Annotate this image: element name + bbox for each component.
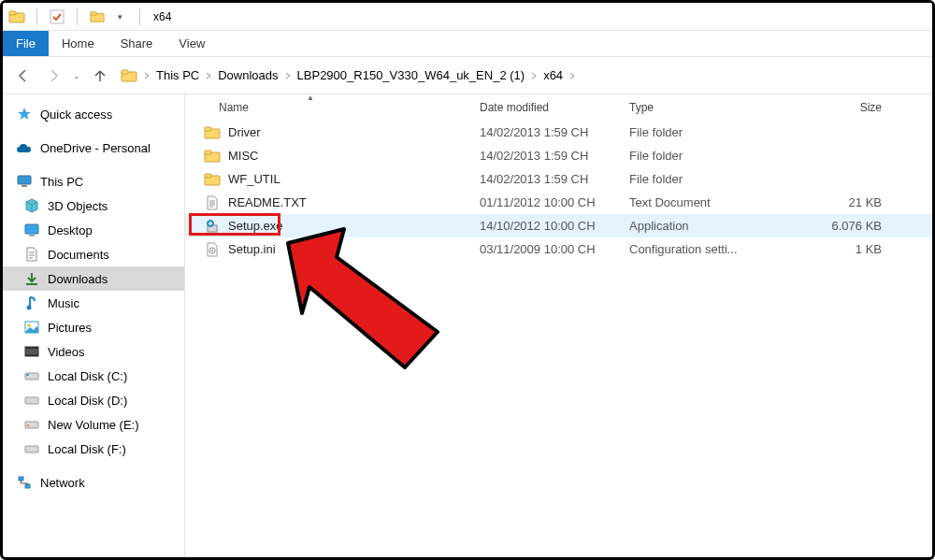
row-file[interactable]: README.TXT 01/11/2012 10:00 CH Text Docu… (185, 191, 932, 214)
sidebar-item-label: Documents (48, 248, 109, 262)
up-button[interactable] (87, 63, 113, 89)
chevron-right-icon[interactable] (530, 72, 538, 79)
sidebar-item-pictures[interactable]: Pictures (3, 315, 184, 339)
chevron-right-icon[interactable] (205, 72, 212, 79)
file-type: File folder (620, 149, 770, 163)
tab-home[interactable]: Home (49, 31, 108, 56)
file-date: 14/02/2013 1:59 CH (470, 125, 620, 139)
picture-icon (23, 319, 40, 336)
sidebar: Quick access OneDrive - Personal This PC… (3, 94, 185, 557)
sidebar-item-disk-d[interactable]: Local Disk (D:) (3, 388, 184, 412)
file-type: Text Document (620, 195, 770, 209)
tab-view[interactable]: View (165, 31, 218, 56)
sidebar-this-pc[interactable]: This PC (3, 169, 184, 194)
breadcrumb-item[interactable]: x64 (543, 68, 563, 82)
file-name: MISC (228, 149, 259, 163)
col-size[interactable]: Size (770, 94, 891, 121)
file-date: 01/11/2012 10:00 CH (470, 195, 620, 209)
sidebar-item-label: Desktop (48, 223, 93, 237)
sidebar-item-label: Music (48, 296, 79, 310)
back-button[interactable] (10, 63, 36, 89)
svg-rect-29 (205, 151, 211, 154)
svg-point-14 (28, 324, 31, 327)
properties-icon[interactable] (49, 8, 65, 25)
desktop-icon (23, 222, 40, 238)
forward-button[interactable] (40, 63, 66, 89)
qat-dropdown-icon[interactable]: ▾ (111, 8, 128, 25)
music-icon (23, 294, 40, 311)
breadcrumb-item[interactable]: Downloads (218, 68, 278, 82)
folder-small-icon[interactable] (89, 8, 106, 25)
chevron-right-icon[interactable] (143, 72, 151, 79)
svg-rect-19 (26, 374, 29, 376)
sidebar-item-downloads[interactable]: Downloads (3, 266, 184, 291)
sidebar-item-disk-f[interactable]: Local Disk (F:) (3, 437, 184, 461)
video-icon (23, 343, 40, 360)
breadcrumb[interactable]: This PC Downloads LBP2900_R150_V330_W64_… (117, 63, 925, 89)
sidebar-item-label: Downloads (48, 272, 108, 286)
sidebar-item-label: Pictures (48, 321, 92, 335)
computer-icon (16, 173, 33, 190)
col-name[interactable]: Name (185, 94, 470, 121)
svg-rect-7 (18, 176, 31, 184)
navbar: ⌄ This PC Downloads LBP2900_R150_V330_W6… (3, 57, 932, 94)
sidebar-item-disk-e[interactable]: New Volume (E:) (3, 412, 184, 437)
cloud-icon (16, 139, 33, 156)
sidebar-network[interactable]: Network (3, 470, 184, 495)
sidebar-item-documents[interactable]: Documents (3, 242, 184, 266)
sidebar-item-music[interactable]: Music (3, 291, 184, 315)
svg-rect-31 (205, 174, 211, 178)
svg-rect-25 (25, 484, 30, 488)
file-list: ▲ Name Date modified Type Size Driver 14… (185, 94, 932, 557)
disk-icon (23, 367, 40, 384)
svg-rect-10 (29, 235, 35, 237)
sidebar-item-disk-c[interactable]: Local Disk (C:) (3, 364, 184, 388)
col-type[interactable]: Type (620, 94, 770, 121)
svg-rect-21 (25, 422, 38, 428)
sidebar-item-label: Local Disk (F:) (48, 442, 126, 456)
file-size: 6.076 KB (770, 219, 891, 233)
row-folder[interactable]: Driver 14/02/2013 1:59 CH File folder (185, 121, 932, 144)
column-headers: Name Date modified Type Size (185, 94, 932, 121)
file-date: 14/02/2013 1:59 CH (470, 149, 620, 163)
file-type: File folder (620, 125, 770, 139)
file-type: Application (620, 219, 770, 233)
document-icon (23, 246, 40, 263)
breadcrumb-item[interactable]: This PC (156, 68, 199, 82)
sidebar-item-3d[interactable]: 3D Objects (3, 194, 184, 218)
disk-icon (23, 416, 40, 433)
svg-rect-27 (205, 127, 211, 131)
svg-rect-6 (122, 70, 128, 74)
sidebar-onedrive[interactable]: OneDrive - Personal (3, 136, 184, 160)
tab-share[interactable]: Share (108, 31, 166, 56)
sidebar-item-label: OneDrive - Personal (40, 141, 151, 155)
col-date[interactable]: Date modified (470, 94, 620, 121)
folder-icon (204, 124, 221, 141)
tab-file[interactable]: File (3, 31, 49, 56)
row-file-selected[interactable]: Setup.exe 14/10/2012 10:00 CH Applicatio… (185, 214, 932, 237)
sidebar-item-videos[interactable]: Videos (3, 339, 184, 364)
row-folder[interactable]: WF_UTIL 14/02/2013 1:59 CH File folder (185, 167, 932, 191)
row-file[interactable]: Setup.ini 03/11/2009 10:00 CH Configurat… (185, 237, 932, 261)
explorer-body: Quick access OneDrive - Personal This PC… (3, 94, 932, 557)
row-folder[interactable]: MISC 14/02/2013 1:59 CH File folder (185, 144, 932, 167)
chevron-right-icon[interactable] (568, 72, 576, 79)
application-icon (204, 218, 221, 235)
sidebar-item-label: Quick access (40, 108, 112, 122)
file-name: Setup.exe (228, 219, 283, 233)
file-name: Driver (228, 125, 261, 139)
sidebar-item-label: Local Disk (D:) (48, 394, 127, 408)
file-type: File folder (620, 172, 770, 186)
file-name: Setup.ini (228, 242, 276, 256)
svg-rect-17 (25, 354, 38, 356)
sidebar-item-label: This PC (40, 175, 83, 189)
recent-dropdown-icon[interactable]: ⌄ (70, 63, 83, 89)
file-date: 14/10/2012 10:00 CH (470, 219, 620, 233)
sidebar-item-label: Network (40, 476, 85, 490)
sidebar-item-desktop[interactable]: Desktop (3, 218, 184, 242)
svg-rect-4 (91, 11, 96, 15)
sidebar-quick-access[interactable]: Quick access (3, 102, 184, 126)
breadcrumb-item[interactable]: LBP2900_R150_V330_W64_uk_EN_2 (1) (297, 68, 525, 82)
folder-icon (204, 148, 221, 165)
chevron-right-icon[interactable] (284, 72, 292, 79)
